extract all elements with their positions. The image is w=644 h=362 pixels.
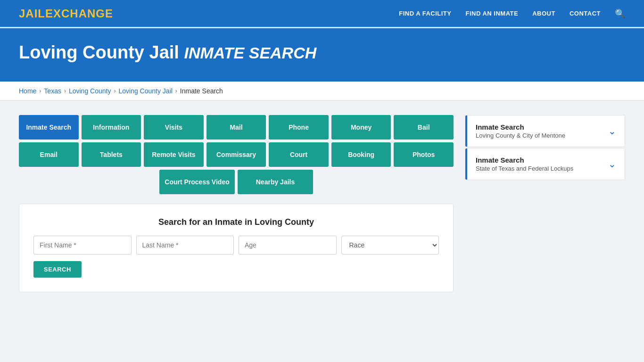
btn-booking[interactable]: Booking xyxy=(331,142,391,167)
btn-phone[interactable]: Phone xyxy=(269,115,329,140)
hero-title-main: Loving County Jail xyxy=(19,42,179,62)
sidebar-card-1-header[interactable]: Inmate Search Loving County & City of Me… xyxy=(465,115,625,147)
breadcrumb-loving-county[interactable]: Loving County xyxy=(69,87,111,95)
search-title: Search for an Inmate in Loving County xyxy=(33,217,439,227)
sidebar-card-2-title: Inmate Search xyxy=(476,156,573,164)
nav-buttons-row1: Inmate Search Information Visits Mail Ph… xyxy=(19,115,454,140)
breadcrumb-home[interactable]: Home xyxy=(19,87,36,95)
sidebar-card-1-subtitle: Loving County & City of Mentone xyxy=(476,132,565,139)
logo[interactable]: JAILEXCHANGE xyxy=(19,7,113,20)
btn-visits[interactable]: Visits xyxy=(144,115,204,140)
breadcrumb-bar: Home › Texas › Loving County › Loving Co… xyxy=(0,82,644,101)
hero-banner: Loving County Jail INMATE SEARCH xyxy=(0,28,644,82)
breadcrumb-sep-4: › xyxy=(175,88,177,94)
btn-photos[interactable]: Photos xyxy=(394,142,454,167)
chevron-down-icon-1: ⌄ xyxy=(608,125,616,137)
first-name-input[interactable] xyxy=(33,236,132,255)
age-input[interactable] xyxy=(239,236,337,255)
search-button[interactable]: SEARCH xyxy=(33,261,82,278)
breadcrumb-loving-county-jail[interactable]: Loving County Jail xyxy=(118,87,172,95)
header: JAILEXCHANGE FIND A FACILITY FIND AN INM… xyxy=(0,0,644,28)
sidebar-card-1: Inmate Search Loving County & City of Me… xyxy=(465,115,625,147)
btn-court[interactable]: Court xyxy=(269,142,329,167)
nav-contact[interactable]: CONTACT xyxy=(570,10,601,17)
logo-exchange: EXCHANGE xyxy=(45,7,113,20)
left-column: Inmate Search Information Visits Mail Ph… xyxy=(19,115,454,292)
breadcrumb-sep-1: › xyxy=(39,88,41,94)
main-content: Inmate Search Information Visits Mail Ph… xyxy=(0,101,644,306)
breadcrumb-texas[interactable]: Texas xyxy=(44,87,61,95)
sidebar-card-2-titles: Inmate Search State of Texas and Federal… xyxy=(476,156,573,172)
nav-buttons-row3: Court Process Video Nearby Jails xyxy=(19,170,454,194)
search-box: Search for an Inmate in Loving County Ra… xyxy=(19,204,454,292)
sidebar-card-2: Inmate Search State of Texas and Federal… xyxy=(465,148,625,180)
nav-find-inmate[interactable]: FIND AN INMATE xyxy=(465,10,518,17)
chevron-down-icon-2: ⌄ xyxy=(608,158,616,170)
main-nav: FIND A FACILITY FIND AN INMATE ABOUT CON… xyxy=(399,8,625,19)
page-title: Loving County Jail INMATE SEARCH xyxy=(19,42,625,63)
sidebar-card-1-title: Inmate Search xyxy=(476,123,565,131)
right-sidebar: Inmate Search Loving County & City of Me… xyxy=(465,115,625,181)
breadcrumb-sep-2: › xyxy=(64,88,66,94)
btn-court-process-video[interactable]: Court Process Video xyxy=(159,170,235,194)
btn-money[interactable]: Money xyxy=(331,115,391,140)
last-name-input[interactable] xyxy=(136,236,234,255)
search-icon[interactable]: 🔍 xyxy=(615,8,625,19)
breadcrumb: Home › Texas › Loving County › Loving Co… xyxy=(19,87,625,95)
btn-commissary[interactable]: Commissary xyxy=(206,142,266,167)
btn-bail[interactable]: Bail xyxy=(394,115,454,140)
btn-tablets[interactable]: Tablets xyxy=(82,142,141,167)
btn-information[interactable]: Information xyxy=(82,115,141,140)
sidebar-card-2-subtitle: State of Texas and Federal Lockups xyxy=(476,165,573,172)
logo-jail: JAIL xyxy=(19,7,45,20)
hero-title-sub: INMATE SEARCH xyxy=(184,44,316,62)
breadcrumb-current: Inmate Search xyxy=(180,87,223,95)
btn-inmate-search[interactable]: Inmate Search xyxy=(19,115,79,140)
sidebar-card-2-header[interactable]: Inmate Search State of Texas and Federal… xyxy=(465,148,625,180)
search-fields: Race xyxy=(33,236,439,255)
sidebar-card-1-titles: Inmate Search Loving County & City of Me… xyxy=(476,123,565,139)
race-select[interactable]: Race xyxy=(341,236,439,255)
nav-buttons-row2: Email Tablets Remote Visits Commissary C… xyxy=(19,142,454,167)
nav-find-facility[interactable]: FIND A FACILITY xyxy=(399,10,451,17)
nav-about[interactable]: ABOUT xyxy=(532,10,555,17)
btn-remote-visits[interactable]: Remote Visits xyxy=(144,142,204,167)
breadcrumb-sep-3: › xyxy=(114,88,116,94)
btn-nearby-jails[interactable]: Nearby Jails xyxy=(238,170,313,194)
btn-email[interactable]: Email xyxy=(19,142,79,167)
btn-mail[interactable]: Mail xyxy=(206,115,266,140)
